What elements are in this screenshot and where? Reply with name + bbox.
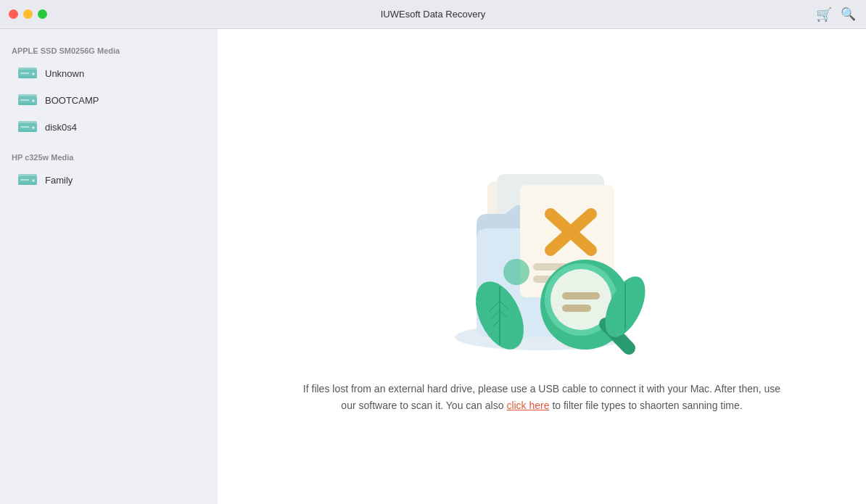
svg-point-43	[503, 259, 529, 285]
svg-point-18	[32, 179, 35, 182]
svg-rect-11	[18, 121, 37, 124]
search-icon[interactable]: 🔍	[841, 7, 856, 22]
svg-point-13	[32, 126, 35, 129]
svg-rect-9	[20, 99, 29, 101]
minimize-button[interactable]	[23, 9, 33, 19]
sidebar-item-unknown[interactable]: Unknown	[6, 60, 212, 86]
window-controls	[9, 9, 47, 19]
info-text: If files lost from an external hard driv…	[295, 381, 788, 413]
svg-rect-38	[562, 292, 600, 299]
info-text-after: to filter file types to shaorten sanning…	[550, 400, 743, 411]
svg-point-3	[32, 73, 35, 75]
drive-icon	[17, 94, 38, 107]
svg-rect-16	[18, 174, 37, 177]
svg-rect-2	[18, 76, 37, 78]
sidebar-item-disk0s4[interactable]: disk0s4	[6, 114, 212, 140]
drive-icon	[17, 173, 38, 186]
svg-point-8	[32, 99, 35, 102]
sidebar: APPLE SSD SM0256G Media Unknown BOOTCAMP	[0, 29, 218, 504]
svg-rect-39	[562, 305, 591, 312]
titlebar: IUWEsoft Data Recovery 🛒 🔍	[0, 0, 866, 29]
svg-rect-17	[18, 183, 37, 185]
svg-rect-19	[20, 179, 29, 181]
sidebar-section-label-apple-ssd: APPLE SSD SM0256G Media	[0, 41, 218, 59]
cart-icon[interactable]: 🛒	[816, 7, 832, 22]
sidebar-item-family[interactable]: Family	[6, 167, 212, 193]
drive-icon	[17, 120, 38, 133]
svg-rect-7	[18, 103, 37, 105]
svg-rect-4	[20, 73, 29, 74]
svg-rect-12	[18, 130, 37, 132]
empty-state-illustration	[418, 120, 665, 366]
sidebar-item-label-disk0s4: disk0s4	[45, 122, 77, 133]
sidebar-item-label-unknown: Unknown	[45, 68, 84, 79]
maximize-button[interactable]	[38, 9, 47, 19]
svg-rect-14	[20, 126, 29, 128]
content-area: If files lost from an external hard driv…	[218, 29, 866, 504]
close-button[interactable]	[9, 9, 18, 19]
sidebar-item-label-family: Family	[45, 175, 73, 186]
sidebar-item-label-bootcamp: BOOTCAMP	[45, 95, 99, 106]
svg-rect-6	[18, 94, 37, 97]
sidebar-item-bootcamp[interactable]: BOOTCAMP	[6, 87, 212, 113]
svg-rect-1	[18, 67, 37, 70]
drive-icon	[17, 67, 38, 80]
click-here-link[interactable]: click here	[506, 400, 549, 411]
main-layout: APPLE SSD SM0256G Media Unknown BOOTCAMP	[0, 29, 866, 504]
app-title: IUWEsoft Data Recovery	[381, 9, 486, 20]
sidebar-section-label-hp: HP c325w Media	[0, 147, 218, 166]
titlebar-actions: 🛒 🔍	[816, 7, 856, 22]
